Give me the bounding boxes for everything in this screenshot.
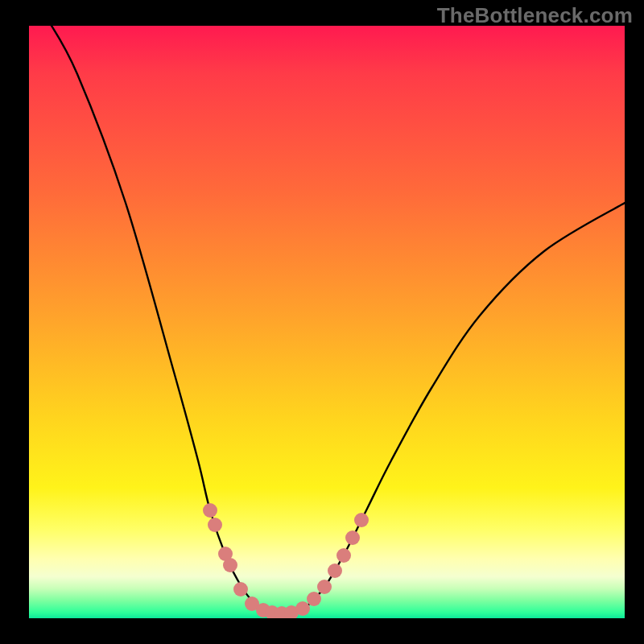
watermark-text: TheBottleneck.com [437,3,633,28]
chart-frame: TheBottleneck.com [0,0,644,644]
highlight-dot [203,503,217,518]
curve-layer [29,26,625,618]
highlight-dot [295,601,310,616]
highlight-dot [208,518,222,532]
highlight-dot [345,530,360,545]
highlight-dot [307,592,321,606]
highlight-dot [223,558,237,572]
highlight-dot [317,580,332,594]
plot-area [29,26,625,618]
highlight-dots [203,503,369,618]
highlight-dot [336,548,351,563]
highlight-dot [354,513,369,527]
bottleneck-curve [47,26,625,613]
highlight-dot [233,582,248,597]
highlight-dot [328,564,342,578]
